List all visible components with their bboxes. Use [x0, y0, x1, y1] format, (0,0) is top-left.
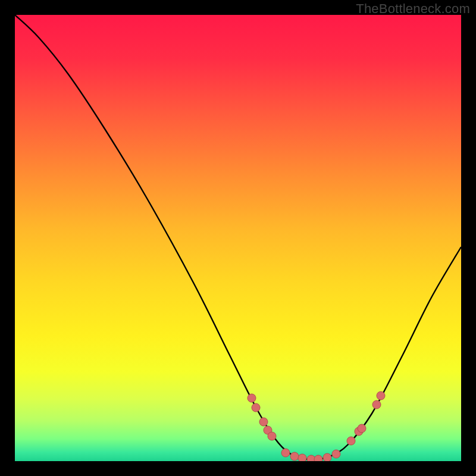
data-point [358, 424, 366, 433]
data-point [252, 403, 260, 412]
data-point [347, 437, 355, 445]
data-point [290, 452, 299, 461]
watermark-text: TheBottleneck.com [356, 1, 470, 17]
data-point [298, 454, 306, 461]
data-point [248, 394, 256, 402]
data-points [248, 392, 385, 461]
data-point [268, 432, 276, 440]
data-point [314, 455, 322, 461]
chart-svg [15, 15, 461, 461]
data-point [259, 418, 268, 426]
data-point [332, 450, 340, 458]
bottleneck-curve [15, 15, 461, 459]
plot-area [15, 15, 461, 461]
data-point [281, 449, 290, 457]
data-point [377, 392, 385, 400]
data-point [323, 453, 331, 461]
data-point [372, 400, 381, 409]
